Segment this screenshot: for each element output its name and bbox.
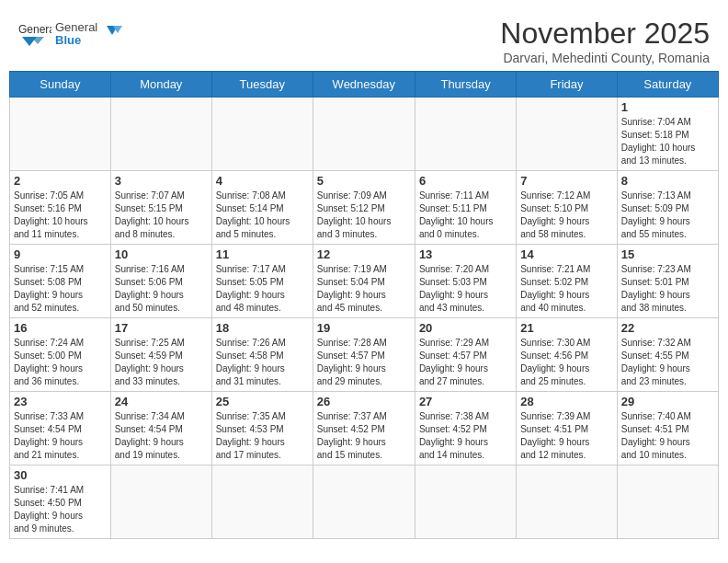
- day-26: 26 Sunrise: 7:37 AM Sunset: 4:52 PM Dayl…: [313, 392, 415, 465]
- day-5: 5 Sunrise: 7:09 AM Sunset: 5:12 PM Dayli…: [313, 171, 415, 245]
- day-25: 25 Sunrise: 7:35 AM Sunset: 4:53 PM Dayl…: [211, 392, 313, 465]
- day-10: 10 Sunrise: 7:16 AM Sunset: 5:06 PM Dayl…: [110, 245, 211, 318]
- page: General General Blue November 2025 Darva…: [0, 0, 728, 563]
- day-7: 7 Sunrise: 7:12 AM Sunset: 5:10 PM Dayli…: [517, 171, 618, 245]
- day-21: 21 Sunrise: 7:30 AM Sunset: 4:56 PM Dayl…: [517, 318, 618, 392]
- day-4: 4 Sunrise: 7:08 AM Sunset: 5:14 PM Dayli…: [211, 171, 313, 245]
- col-saturday: Saturday: [617, 72, 718, 98]
- day-empty-1: [10, 98, 111, 171]
- svg-text:General: General: [55, 20, 97, 34]
- day-2: 2 Sunrise: 7:05 AM Sunset: 5:16 PM Dayli…: [10, 171, 111, 245]
- day-empty-9: [313, 465, 415, 539]
- svg-text:Blue: Blue: [55, 33, 81, 47]
- day-6: 6 Sunrise: 7:11 AM Sunset: 5:11 PM Dayli…: [415, 171, 516, 245]
- day-empty-6: [517, 98, 618, 171]
- day-empty-4: [313, 98, 415, 171]
- day-13: 13 Sunrise: 7:20 AM Sunset: 5:03 PM Dayl…: [415, 245, 516, 318]
- day-empty-8: [211, 465, 313, 539]
- logo-text: General Blue: [55, 17, 129, 52]
- generalblue-logo-icon: General: [18, 20, 51, 48]
- title-area: November 2025 Darvari, Mehedinti County,…: [500, 17, 710, 65]
- day-1: 1 Sunrise: 7:04 AM Sunset: 5:18 PM Dayli…: [617, 98, 718, 171]
- day-empty-10: [415, 465, 516, 539]
- day-empty-7: [110, 465, 211, 539]
- day-22: 22 Sunrise: 7:32 AM Sunset: 4:55 PM Dayl…: [617, 318, 718, 392]
- col-wednesday: Wednesday: [313, 72, 415, 98]
- svg-text:General: General: [18, 23, 51, 36]
- weekday-header-row: Sunday Monday Tuesday Wednesday Thursday…: [10, 72, 719, 98]
- day-empty-2: [110, 98, 211, 171]
- day-19: 19 Sunrise: 7:28 AM Sunset: 4:57 PM Dayl…: [313, 318, 415, 392]
- day-8: 8 Sunrise: 7:13 AM Sunset: 5:09 PM Dayli…: [617, 171, 718, 245]
- day-20: 20 Sunrise: 7:29 AM Sunset: 4:57 PM Dayl…: [415, 318, 516, 392]
- day-29: 29 Sunrise: 7:40 AM Sunset: 4:51 PM Dayl…: [617, 392, 718, 465]
- week-row-6: 30 Sunrise: 7:41 AM Sunset: 4:50 PM Dayl…: [10, 465, 719, 539]
- day-empty-5: [415, 98, 516, 171]
- day-17: 17 Sunrise: 7:25 AM Sunset: 4:59 PM Dayl…: [110, 318, 211, 392]
- week-row-4: 16 Sunrise: 7:24 AM Sunset: 5:00 PM Dayl…: [10, 318, 719, 392]
- week-row-3: 9 Sunrise: 7:15 AM Sunset: 5:08 PM Dayli…: [10, 245, 719, 318]
- day-27: 27 Sunrise: 7:38 AM Sunset: 4:52 PM Dayl…: [415, 392, 516, 465]
- day-16: 16 Sunrise: 7:24 AM Sunset: 5:00 PM Dayl…: [10, 318, 111, 392]
- week-row-5: 23 Sunrise: 7:33 AM Sunset: 4:54 PM Dayl…: [10, 392, 719, 465]
- month-title: November 2025: [500, 17, 710, 51]
- day-28: 28 Sunrise: 7:39 AM Sunset: 4:51 PM Dayl…: [517, 392, 618, 465]
- logo: General General Blue: [18, 17, 129, 52]
- location-subtitle: Darvari, Mehedinti County, Romania: [500, 51, 710, 65]
- header: General General Blue November 2025 Darva…: [9, 9, 719, 71]
- day-3: 3 Sunrise: 7:07 AM Sunset: 5:15 PM Dayli…: [110, 171, 211, 245]
- day-9: 9 Sunrise: 7:15 AM Sunset: 5:08 PM Dayli…: [10, 245, 111, 318]
- day-24: 24 Sunrise: 7:34 AM Sunset: 4:54 PM Dayl…: [110, 392, 211, 465]
- day-empty-3: [211, 98, 313, 171]
- col-monday: Monday: [110, 72, 211, 98]
- calendar-table: Sunday Monday Tuesday Wednesday Thursday…: [9, 71, 719, 539]
- day-12: 12 Sunrise: 7:19 AM Sunset: 5:04 PM Dayl…: [313, 245, 415, 318]
- day-30: 30 Sunrise: 7:41 AM Sunset: 4:50 PM Dayl…: [10, 465, 111, 539]
- col-friday: Friday: [517, 72, 618, 98]
- day-14: 14 Sunrise: 7:21 AM Sunset: 5:02 PM Dayl…: [517, 245, 618, 318]
- day-empty-11: [517, 465, 618, 539]
- day-18: 18 Sunrise: 7:26 AM Sunset: 4:58 PM Dayl…: [211, 318, 313, 392]
- week-row-2: 2 Sunrise: 7:05 AM Sunset: 5:16 PM Dayli…: [10, 171, 719, 245]
- day-11: 11 Sunrise: 7:17 AM Sunset: 5:05 PM Dayl…: [211, 245, 313, 318]
- week-row-1: 1 Sunrise: 7:04 AM Sunset: 5:18 PM Dayli…: [10, 98, 719, 171]
- col-thursday: Thursday: [415, 72, 516, 98]
- col-tuesday: Tuesday: [211, 72, 313, 98]
- day-23: 23 Sunrise: 7:33 AM Sunset: 4:54 PM Dayl…: [10, 392, 111, 465]
- day-empty-12: [617, 465, 718, 539]
- col-sunday: Sunday: [10, 72, 111, 98]
- day-15: 15 Sunrise: 7:23 AM Sunset: 5:01 PM Dayl…: [617, 245, 718, 318]
